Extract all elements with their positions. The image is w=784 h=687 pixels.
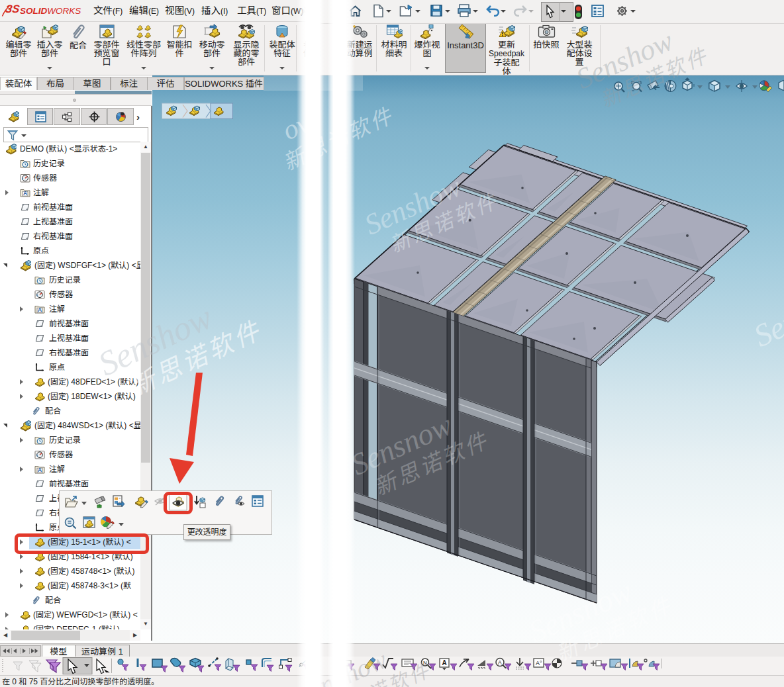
- svg-text:A°: A°: [536, 660, 542, 666]
- svg-text:A: A: [442, 659, 447, 666]
- svg-text:A: A: [498, 659, 502, 666]
- svg-text:N: N: [423, 660, 427, 666]
